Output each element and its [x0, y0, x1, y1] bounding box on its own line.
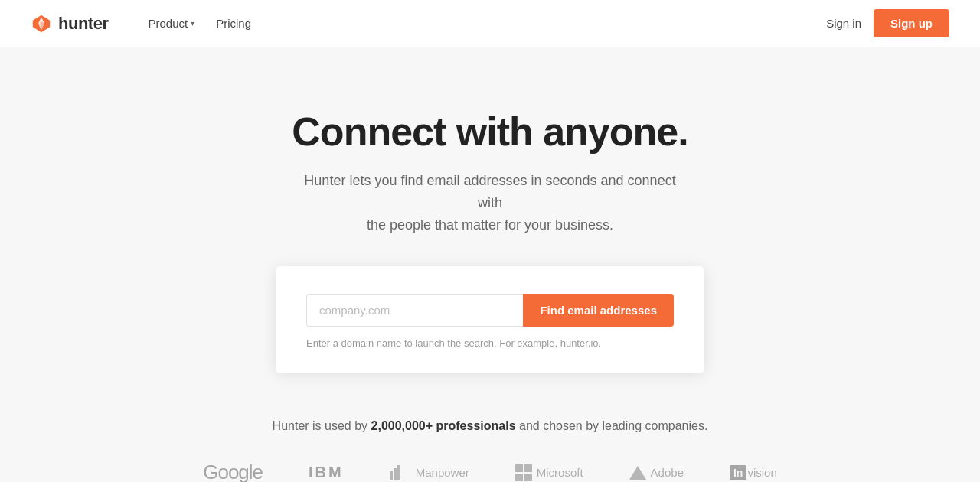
svg-rect-4	[390, 471, 393, 480]
hero-title: Connect with anyone.	[292, 109, 688, 155]
svg-rect-6	[397, 465, 400, 480]
manpower-icon	[390, 465, 413, 480]
nav-product[interactable]: Product ▾	[139, 11, 204, 36]
search-form: Find email addresses	[306, 294, 674, 327]
nav-pricing[interactable]: Pricing	[207, 11, 260, 36]
hero-subtitle: Hunter lets you find email addresses in …	[291, 170, 689, 236]
domain-search-input[interactable]	[306, 294, 523, 327]
svg-rect-9	[515, 474, 523, 481]
adobe-icon	[629, 464, 646, 481]
find-emails-button[interactable]: Find email addresses	[523, 294, 674, 327]
header: hunter Product ▾ Pricing Sign in Sign up	[0, 0, 980, 47]
manpower-logo: Manpower	[390, 465, 469, 480]
logo-link[interactable]: hunter	[31, 13, 108, 34]
svg-rect-10	[524, 474, 532, 481]
social-proof-text: Hunter is used by 2,000,000+ professiona…	[273, 419, 708, 433]
svg-rect-8	[524, 464, 532, 472]
microsoft-icon	[515, 464, 532, 481]
main-nav: Product ▾ Pricing	[139, 11, 260, 36]
company-logos: Google IBM Manpower	[203, 461, 777, 482]
logo-text: hunter	[58, 14, 108, 34]
svg-rect-7	[515, 464, 523, 472]
sign-in-link[interactable]: Sign in	[826, 17, 861, 30]
microsoft-logo: Microsoft	[515, 464, 583, 481]
ibm-logo: IBM	[309, 464, 344, 481]
header-left: hunter Product ▾ Pricing	[31, 11, 260, 36]
social-proof: Hunter is used by 2,000,000+ professiona…	[203, 419, 777, 482]
main-content: Connect with anyone. Hunter lets you fin…	[0, 47, 980, 482]
search-card: Find email addresses Enter a domain name…	[276, 266, 704, 373]
google-logo: Google	[203, 461, 263, 482]
svg-rect-5	[394, 468, 397, 480]
invision-logo: In vision	[730, 465, 777, 480]
sign-up-button[interactable]: Sign up	[874, 9, 949, 37]
hunter-logo-icon	[31, 13, 52, 34]
svg-marker-11	[629, 466, 646, 480]
adobe-logo: Adobe	[629, 464, 684, 481]
header-right: Sign in Sign up	[826, 9, 949, 37]
search-hint: Enter a domain name to launch the search…	[306, 337, 674, 349]
chevron-down-icon: ▾	[191, 19, 194, 28]
